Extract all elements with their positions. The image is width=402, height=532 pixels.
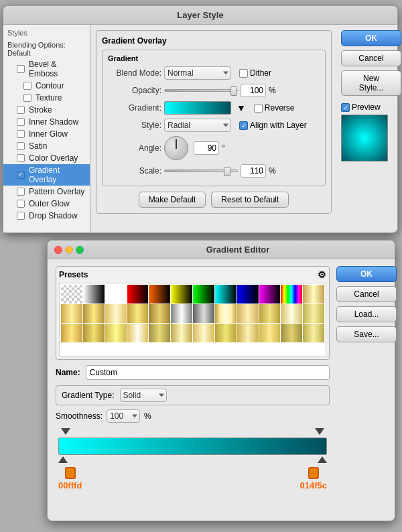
color-stop-left-icon[interactable] (65, 467, 76, 479)
preset-swatch[interactable] (215, 304, 237, 323)
preset-swatch[interactable] (259, 304, 281, 323)
new-style-button[interactable]: New Style... (341, 70, 401, 96)
sidebar-item-inner-glow[interactable]: Inner Glow (3, 128, 90, 140)
pattern-overlay-checkbox[interactable] (17, 188, 25, 196)
preset-swatch[interactable] (237, 324, 259, 342)
preset-swatch[interactable] (171, 324, 192, 342)
maximize-button[interactable] (76, 246, 84, 254)
gradient-dropdown-arrow[interactable]: ▼ (237, 103, 246, 113)
gradient-type-select[interactable]: Solid (120, 389, 167, 402)
close-button[interactable] (54, 246, 62, 254)
sidebar-item-stroke[interactable]: Stroke (3, 104, 90, 116)
preview-checkbox[interactable] (341, 103, 350, 112)
preset-swatch[interactable] (281, 285, 302, 304)
preset-swatch[interactable] (105, 304, 127, 323)
preset-swatch[interactable] (193, 324, 214, 342)
preset-swatch[interactable] (171, 285, 192, 304)
sidebar-item-contour[interactable]: Contour (3, 80, 90, 92)
sidebar-item-pattern-overlay[interactable]: Pattern Overlay (3, 186, 90, 198)
angle-dial[interactable] (164, 136, 188, 160)
contour-checkbox[interactable] (23, 82, 31, 90)
preset-swatch[interactable] (127, 324, 149, 342)
ge-save-button[interactable]: Save... (336, 326, 397, 342)
opacity-input[interactable] (241, 84, 266, 97)
preset-swatch[interactable] (259, 285, 281, 304)
preset-swatch[interactable] (281, 324, 302, 342)
preset-swatch[interactable] (303, 304, 324, 323)
blend-mode-select[interactable]: Normal (164, 66, 231, 80)
dither-checkbox[interactable] (239, 69, 248, 78)
preset-swatch[interactable] (61, 324, 82, 342)
opacity-stop-right[interactable] (315, 428, 324, 435)
preset-swatch[interactable] (83, 304, 105, 323)
preset-swatch[interactable] (303, 285, 324, 304)
stroke-checkbox[interactable] (17, 106, 25, 114)
preset-swatch[interactable] (149, 285, 170, 304)
ge-cancel-button[interactable]: Cancel (336, 286, 397, 302)
sidebar-item-color-overlay[interactable]: Color Overlay (3, 152, 90, 164)
opacity-thumb[interactable] (230, 86, 237, 96)
preset-swatch[interactable] (237, 285, 259, 304)
gradient-bar[interactable] (58, 438, 327, 455)
ge-ok-button[interactable]: OK (336, 266, 397, 282)
outer-glow-checkbox[interactable] (17, 200, 25, 208)
gradient-overlay-checkbox[interactable] (17, 171, 25, 179)
preset-swatch[interactable] (127, 304, 149, 323)
satin-checkbox[interactable] (17, 142, 25, 150)
preset-swatch[interactable] (83, 285, 105, 304)
gradient-swatch[interactable] (164, 101, 231, 115)
name-input[interactable] (86, 365, 330, 380)
reverse-checkbox[interactable] (254, 104, 263, 113)
texture-checkbox[interactable] (23, 94, 31, 102)
scale-thumb[interactable] (224, 167, 230, 176)
angle-line (176, 139, 177, 149)
preset-swatch[interactable] (61, 304, 82, 323)
angle-input[interactable] (194, 141, 219, 155)
cancel-button[interactable]: Cancel (341, 50, 401, 66)
preset-swatch[interactable] (149, 324, 170, 342)
color-stop-right-icon[interactable] (308, 467, 319, 479)
inner-shadow-checkbox[interactable] (17, 118, 25, 126)
sidebar-item-texture[interactable]: Texture (3, 92, 90, 104)
preset-swatch[interactable] (215, 285, 237, 304)
opacity-slider[interactable] (164, 89, 238, 92)
preset-swatch[interactable] (281, 304, 302, 323)
ge-load-button[interactable]: Load... (336, 306, 397, 322)
bevel-emboss-checkbox[interactable] (17, 65, 25, 73)
sidebar-item-bevel-emboss[interactable]: Bevel & Emboss (3, 58, 90, 80)
ok-button[interactable]: OK (341, 30, 401, 46)
drop-shadow-checkbox[interactable] (17, 212, 25, 220)
preset-swatch[interactable] (171, 304, 192, 323)
style-select[interactable]: Radial (164, 119, 231, 132)
sidebar-item-drop-shadow[interactable]: Drop Shadow (3, 210, 90, 222)
presets-grid-container[interactable] (59, 283, 326, 356)
inner-glow-checkbox[interactable] (17, 130, 25, 138)
preset-swatch[interactable] (61, 285, 82, 304)
preset-swatch[interactable] (127, 285, 149, 304)
scale-input[interactable] (241, 164, 266, 178)
preset-swatch[interactable] (83, 324, 105, 342)
minimize-button[interactable] (65, 246, 73, 254)
preset-swatch[interactable] (193, 304, 214, 323)
preset-swatch[interactable] (105, 324, 127, 342)
preset-swatch[interactable] (149, 304, 170, 323)
preset-swatch[interactable] (105, 285, 127, 304)
preset-swatch[interactable] (303, 324, 324, 342)
align-with-layer-checkbox[interactable] (239, 121, 248, 130)
scale-slider[interactable] (164, 170, 238, 172)
sidebar-item-gradient-overlay[interactable]: Gradient Overlay (3, 164, 90, 186)
preset-swatch[interactable] (259, 324, 281, 342)
sidebar-item-blending-options[interactable]: Blending Options: Default (3, 40, 90, 58)
preset-swatch[interactable] (193, 285, 214, 304)
sidebar-item-satin[interactable]: Satin (3, 140, 90, 152)
reset-to-default-button[interactable]: Reset to Default (211, 192, 289, 208)
presets-gear-icon[interactable]: ⚙ (318, 269, 326, 280)
opacity-stop-left[interactable] (61, 428, 70, 435)
smoothness-select[interactable]: 100 (107, 409, 140, 423)
color-overlay-checkbox[interactable] (17, 154, 25, 162)
sidebar-item-outer-glow[interactable]: Outer Glow (3, 198, 90, 210)
preset-swatch[interactable] (237, 304, 259, 323)
make-default-button[interactable]: Make Default (139, 192, 206, 208)
preset-swatch[interactable] (215, 324, 237, 342)
sidebar-item-inner-shadow[interactable]: Inner Shadow (3, 116, 90, 128)
